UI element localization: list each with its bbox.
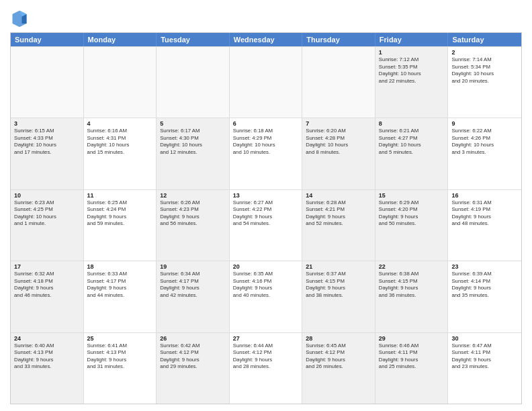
calendar-cell: 18Sunrise: 6:33 AMSunset: 4:17 PMDayligh…	[84, 261, 157, 332]
day-number: 27	[233, 335, 299, 342]
day-info: Sunrise: 6:38 AMSunset: 4:15 PMDaylight:…	[379, 271, 445, 299]
calendar-cell	[302, 47, 375, 118]
calendar-cell: 11Sunrise: 6:25 AMSunset: 4:24 PMDayligh…	[84, 190, 157, 261]
day-number: 26	[160, 335, 226, 342]
calendar-cell: 28Sunrise: 6:45 AMSunset: 4:12 PMDayligh…	[302, 333, 375, 404]
day-number: 7	[306, 120, 371, 127]
calendar-cell: 17Sunrise: 6:32 AMSunset: 4:18 PMDayligh…	[11, 261, 84, 332]
calendar-cell: 19Sunrise: 6:34 AMSunset: 4:17 PMDayligh…	[157, 261, 230, 332]
calendar-cell: 23Sunrise: 6:39 AMSunset: 4:14 PMDayligh…	[448, 261, 521, 332]
day-number: 8	[379, 120, 445, 127]
day-number: 12	[160, 192, 226, 199]
day-number: 14	[306, 192, 371, 199]
day-info: Sunrise: 6:47 AMSunset: 4:11 PMDaylight:…	[451, 342, 518, 371]
logo-icon	[10, 9, 29, 28]
day-info: Sunrise: 6:25 AMSunset: 4:24 PMDaylight:…	[87, 199, 153, 228]
day-number: 18	[87, 263, 153, 270]
calendar-cell: 24Sunrise: 6:40 AMSunset: 4:13 PMDayligh…	[11, 333, 84, 404]
day-info: Sunrise: 6:31 AMSunset: 4:19 PMDaylight:…	[451, 199, 518, 228]
day-number: 17	[14, 263, 80, 270]
calendar-cell: 14Sunrise: 6:28 AMSunset: 4:21 PMDayligh…	[302, 190, 375, 261]
calendar-cell: 7Sunrise: 6:20 AMSunset: 4:28 PMDaylight…	[302, 118, 375, 189]
day-info: Sunrise: 6:41 AMSunset: 4:13 PMDaylight:…	[87, 342, 153, 371]
day-info: Sunrise: 6:44 AMSunset: 4:12 PMDaylight:…	[233, 342, 299, 371]
day-info: Sunrise: 6:20 AMSunset: 4:28 PMDaylight:…	[306, 128, 371, 156]
day-info: Sunrise: 6:33 AMSunset: 4:17 PMDaylight:…	[87, 271, 153, 299]
day-number: 9	[451, 120, 518, 127]
calendar-cell: 13Sunrise: 6:27 AMSunset: 4:22 PMDayligh…	[230, 190, 303, 261]
calendar-cell: 1Sunrise: 7:12 AMSunset: 5:35 PMDaylight…	[375, 47, 449, 118]
header-day-friday: Friday	[375, 33, 449, 46]
day-number: 30	[451, 335, 518, 342]
calendar-cell: 10Sunrise: 6:23 AMSunset: 4:25 PMDayligh…	[11, 190, 84, 261]
calendar-cell: 4Sunrise: 6:16 AMSunset: 4:31 PMDaylight…	[84, 118, 157, 189]
day-info: Sunrise: 6:21 AMSunset: 4:27 PMDaylight:…	[379, 128, 445, 156]
day-number: 23	[451, 263, 518, 270]
calendar-cell: 16Sunrise: 6:31 AMSunset: 4:19 PMDayligh…	[448, 190, 521, 261]
header-day-sunday: Sunday	[11, 33, 84, 46]
calendar-cell: 8Sunrise: 6:21 AMSunset: 4:27 PMDaylight…	[375, 118, 449, 189]
calendar-cell: 5Sunrise: 6:17 AMSunset: 4:30 PMDaylight…	[157, 118, 230, 189]
day-info: Sunrise: 6:16 AMSunset: 4:31 PMDaylight:…	[87, 128, 153, 156]
calendar: SundayMondayTuesdayWednesdayThursdayFrid…	[10, 32, 522, 404]
calendar-cell	[157, 47, 230, 118]
day-number: 25	[87, 335, 153, 342]
header-day-wednesday: Wednesday	[230, 33, 303, 46]
day-number: 16	[451, 192, 518, 199]
calendar-row-5: 24Sunrise: 6:40 AMSunset: 4:13 PMDayligh…	[11, 332, 521, 404]
header-day-tuesday: Tuesday	[157, 33, 230, 46]
day-info: Sunrise: 6:27 AMSunset: 4:22 PMDaylight:…	[233, 199, 299, 228]
day-info: Sunrise: 6:46 AMSunset: 4:11 PMDaylight:…	[379, 342, 445, 371]
calendar-cell: 27Sunrise: 6:44 AMSunset: 4:12 PMDayligh…	[230, 333, 303, 404]
day-number: 28	[306, 335, 371, 342]
calendar-cell: 22Sunrise: 6:38 AMSunset: 4:15 PMDayligh…	[375, 261, 449, 332]
day-number: 13	[233, 192, 299, 199]
calendar-row-2: 3Sunrise: 6:15 AMSunset: 4:33 PMDaylight…	[11, 118, 521, 189]
calendar-cell	[11, 47, 84, 118]
calendar-cell: 15Sunrise: 6:29 AMSunset: 4:20 PMDayligh…	[375, 190, 449, 261]
day-number: 6	[233, 120, 299, 127]
day-info: Sunrise: 6:29 AMSunset: 4:20 PMDaylight:…	[379, 199, 445, 228]
header-day-monday: Monday	[84, 33, 157, 46]
calendar-cell: 30Sunrise: 6:47 AMSunset: 4:11 PMDayligh…	[448, 333, 521, 404]
day-info: Sunrise: 7:12 AMSunset: 5:35 PMDaylight:…	[379, 56, 445, 85]
calendar-row-3: 10Sunrise: 6:23 AMSunset: 4:25 PMDayligh…	[11, 189, 521, 261]
calendar-cell: 20Sunrise: 6:35 AMSunset: 4:16 PMDayligh…	[230, 261, 303, 332]
day-info: Sunrise: 6:18 AMSunset: 4:29 PMDaylight:…	[233, 128, 299, 156]
day-info: Sunrise: 6:15 AMSunset: 4:33 PMDaylight:…	[14, 128, 80, 156]
day-number: 1	[379, 49, 445, 56]
calendar-cell: 21Sunrise: 6:37 AMSunset: 4:15 PMDayligh…	[302, 261, 375, 332]
calendar-header: SundayMondayTuesdayWednesdayThursdayFrid…	[11, 33, 521, 46]
page: SundayMondayTuesdayWednesdayThursdayFrid…	[0, 0, 532, 411]
day-info: Sunrise: 6:39 AMSunset: 4:14 PMDaylight:…	[451, 271, 518, 299]
day-info: Sunrise: 6:17 AMSunset: 4:30 PMDaylight:…	[160, 128, 226, 156]
header-day-saturday: Saturday	[448, 33, 521, 46]
calendar-cell: 25Sunrise: 6:41 AMSunset: 4:13 PMDayligh…	[84, 333, 157, 404]
calendar-cell: 6Sunrise: 6:18 AMSunset: 4:29 PMDaylight…	[230, 118, 303, 189]
day-info: Sunrise: 6:42 AMSunset: 4:12 PMDaylight:…	[160, 342, 226, 371]
day-info: Sunrise: 6:28 AMSunset: 4:21 PMDaylight:…	[306, 199, 371, 228]
day-number: 21	[306, 263, 371, 270]
day-info: Sunrise: 6:22 AMSunset: 4:26 PMDaylight:…	[451, 128, 518, 156]
logo	[10, 9, 32, 28]
header-row	[10, 7, 522, 28]
calendar-cell	[84, 47, 157, 118]
calendar-row-4: 17Sunrise: 6:32 AMSunset: 4:18 PMDayligh…	[11, 261, 521, 332]
day-info: Sunrise: 6:40 AMSunset: 4:13 PMDaylight:…	[14, 342, 80, 371]
day-number: 2	[451, 49, 518, 56]
day-number: 11	[87, 192, 153, 199]
day-info: Sunrise: 6:45 AMSunset: 4:12 PMDaylight:…	[306, 342, 371, 371]
calendar-row-1: 1Sunrise: 7:12 AMSunset: 5:35 PMDaylight…	[11, 46, 521, 118]
day-info: Sunrise: 7:14 AMSunset: 5:34 PMDaylight:…	[451, 56, 518, 85]
day-number: 22	[379, 263, 445, 270]
day-info: Sunrise: 6:35 AMSunset: 4:16 PMDaylight:…	[233, 271, 299, 299]
calendar-cell: 2Sunrise: 7:14 AMSunset: 5:34 PMDaylight…	[448, 47, 521, 118]
day-info: Sunrise: 6:37 AMSunset: 4:15 PMDaylight:…	[306, 271, 371, 299]
calendar-cell: 9Sunrise: 6:22 AMSunset: 4:26 PMDaylight…	[448, 118, 521, 189]
calendar-cell: 26Sunrise: 6:42 AMSunset: 4:12 PMDayligh…	[157, 333, 230, 404]
day-info: Sunrise: 6:34 AMSunset: 4:17 PMDaylight:…	[160, 271, 226, 299]
day-number: 20	[233, 263, 299, 270]
calendar-cell: 12Sunrise: 6:26 AMSunset: 4:23 PMDayligh…	[157, 190, 230, 261]
day-number: 19	[160, 263, 226, 270]
day-number: 29	[379, 335, 445, 342]
